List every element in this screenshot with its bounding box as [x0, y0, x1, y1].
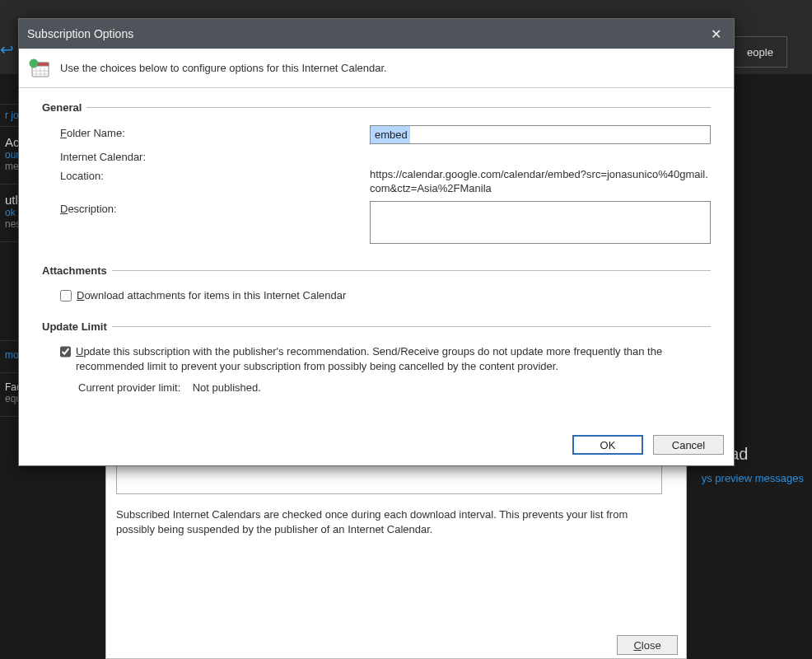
download-attachments-label: Download attachments for items in this I…: [77, 288, 346, 303]
update-subscription-checkbox[interactable]: [60, 346, 71, 358]
provider-limit-row: Current provider limit: Not published.: [78, 381, 711, 394]
subscription-options-dialog: Subscription Options ✕ Use the choices b…: [18, 18, 735, 466]
group-general-legend: General: [42, 101, 86, 114]
description-label: Description:: [60, 201, 370, 215]
description-field[interactable]: [370, 201, 711, 244]
internet-calendar-label: Internet Calendar:: [60, 149, 370, 163]
download-attachments-checkbox[interactable]: [60, 290, 72, 301]
folder-name-field[interactable]: [370, 125, 711, 144]
close-icon[interactable]: ✕: [706, 24, 726, 44]
group-attachments-legend: Attachments: [42, 264, 112, 277]
update-subscription-label: Update this subscription with the publis…: [76, 344, 711, 373]
dialog-footer: OK Cancel: [19, 431, 734, 465]
dialog-intro-text: Use the choices below to configure optio…: [60, 62, 387, 74]
location-label: Location:: [60, 168, 370, 182]
provider-limit-label: Current provider limit:: [78, 381, 180, 394]
group-update-limit-legend: Update Limit: [42, 320, 112, 333]
dialog-body: General Folder Name: Internet Calendar: …: [19, 88, 734, 431]
reading-pane-preview-link[interactable]: ys preview messages: [702, 472, 804, 484]
calendar-globe-icon: [29, 58, 50, 78]
dialog-titlebar[interactable]: Subscription Options ✕: [19, 19, 734, 49]
location-value: https://calendar.google.com/calendar/emb…: [370, 168, 711, 196]
reply-arrow-icon: ↩: [0, 40, 14, 59]
ok-button[interactable]: OK: [572, 435, 643, 455]
provider-limit-value: Not published.: [193, 381, 261, 394]
dialog-title: Subscription Options: [27, 27, 706, 40]
folder-name-label: Folder Name:: [60, 125, 370, 139]
close-label: Close: [633, 639, 660, 652]
people-button-partial[interactable]: eople: [733, 36, 787, 68]
cancel-button[interactable]: Cancel: [653, 435, 724, 455]
behind-options-panel: Subscribed Internet Calendars are checke…: [105, 457, 687, 659]
dialog-header-strip: Use the choices below to configure optio…: [19, 49, 734, 88]
behind-description-text: Subscribed Internet Calendars are checke…: [116, 507, 661, 537]
group-general: General Folder Name: Internet Calendar: …: [42, 101, 711, 251]
group-attachments: Attachments Download attachments for ite…: [42, 264, 711, 308]
behind-close-button[interactable]: Close: [617, 635, 678, 655]
group-update-limit: Update Limit Update this subscription wi…: [42, 320, 711, 394]
